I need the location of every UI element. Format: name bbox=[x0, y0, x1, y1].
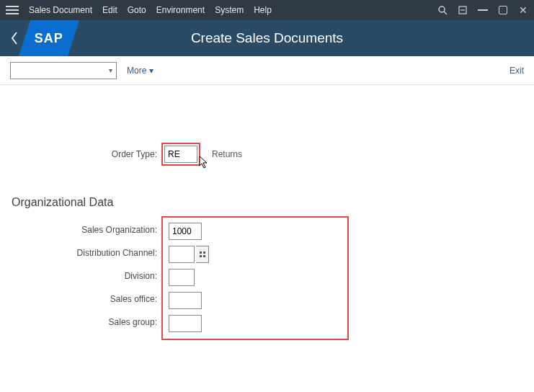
division-input[interactable] bbox=[169, 269, 195, 286]
svg-rect-7 bbox=[200, 255, 202, 257]
menu-edit[interactable]: Edit bbox=[102, 5, 117, 15]
command-icon[interactable] bbox=[458, 5, 468, 15]
more-button[interactable]: More ▾ bbox=[127, 66, 153, 76]
exit-button[interactable]: Exit bbox=[509, 66, 524, 76]
transaction-combo[interactable]: ▾ bbox=[10, 62, 117, 79]
menu-sales-document[interactable]: Sales Document bbox=[29, 5, 92, 15]
menu-hamburger-icon[interactable] bbox=[6, 4, 19, 17]
close-icon[interactable]: ✕ bbox=[518, 5, 528, 15]
sales-org-label: Sales Organization: bbox=[7, 220, 161, 239]
menu-help[interactable]: Help bbox=[254, 5, 272, 15]
chevron-down-icon[interactable]: ▾ bbox=[104, 66, 116, 74]
org-data-section-title: Organizational Data bbox=[12, 196, 527, 209]
page-title: Create Sales Documents bbox=[0, 30, 534, 46]
menu-environment[interactable]: Environment bbox=[156, 5, 205, 15]
menu-goto[interactable]: Goto bbox=[128, 5, 146, 15]
order-type-description: Returns bbox=[208, 149, 242, 159]
svg-rect-8 bbox=[203, 255, 205, 257]
org-data-highlight-box bbox=[161, 216, 349, 340]
dist-channel-input[interactable] bbox=[169, 246, 195, 263]
svg-line-1 bbox=[444, 12, 447, 14]
svg-point-0 bbox=[439, 6, 445, 12]
order-type-label: Order Type: bbox=[7, 149, 161, 159]
maximize-icon[interactable] bbox=[498, 5, 508, 15]
order-type-input[interactable] bbox=[164, 146, 197, 163]
sap-logo: SAP bbox=[19, 20, 79, 56]
transaction-input[interactable] bbox=[11, 63, 104, 79]
sales-office-label: Sales office: bbox=[7, 290, 161, 308]
sales-office-input[interactable] bbox=[169, 292, 202, 309]
svg-rect-6 bbox=[203, 251, 205, 254]
sales-org-input[interactable] bbox=[169, 223, 202, 240]
minimize-icon[interactable] bbox=[478, 5, 488, 15]
division-label: Division: bbox=[7, 267, 161, 285]
search-icon[interactable] bbox=[437, 5, 448, 15]
sales-group-label: Sales group: bbox=[7, 313, 161, 331]
menu-system[interactable]: System bbox=[215, 5, 244, 15]
dist-channel-label: Distribution Channel: bbox=[7, 244, 161, 262]
sales-group-input[interactable] bbox=[169, 315, 202, 332]
dist-channel-f4-icon[interactable] bbox=[196, 246, 209, 263]
svg-rect-5 bbox=[200, 251, 202, 254]
